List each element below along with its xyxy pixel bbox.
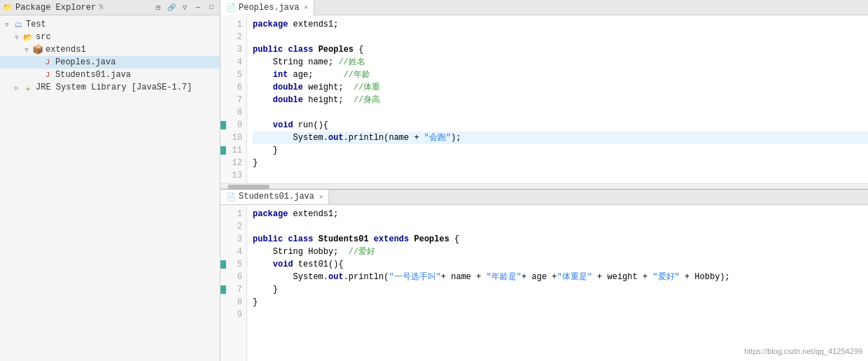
token: System. [253,271,328,283]
line-num-3: 3 [220,233,246,246]
code-line-1: package extends1; [253,18,868,31]
token: public [253,233,283,246]
token: test01(){ [293,258,344,271]
token: out [328,271,344,283]
menu-icon[interactable]: ▽ [179,2,190,13]
token: { [354,43,363,56]
watermark: https://blog.csdn.net/qq_41254299 [744,347,862,355]
line-num-10: 10 [220,132,246,144]
tab-close-students01[interactable]: ✕ [319,193,323,201]
line-num-7: 7 [220,94,246,106]
file-tree: ▽ 🗂 Test ▽ 📂 src ▽ 📦 extends1 ▷ J People… [0,15,220,361]
token: extends1; [288,208,338,220]
token: Peoples [318,43,354,56]
code-line-7: } [253,283,868,296]
token: { [449,233,459,246]
top-scrollbar-thumb[interactable] [227,185,270,189]
token: double [273,94,303,106]
token: //爱好 [349,246,375,258]
code-line-7: double height; //身高 [253,94,868,106]
tree-item-jre[interactable]: ▷ ☕ JRE System Library [JavaSE-1.7] [0,81,220,94]
bottom-code-area: 123456789 package extends1; public class… [220,205,868,361]
editor-area: 📄 Peoples.java ✕ 12345678910111213 packa… [220,0,868,361]
token: class [288,43,313,56]
tree-arrow-students01: ▷ [32,71,41,79]
token: package [253,18,288,31]
minimize-icon[interactable]: — [192,2,204,13]
maximize-icon[interactable]: □ [206,2,217,13]
tree-item-extends1[interactable]: ▽ 📦 extends1 [0,43,220,56]
token [253,258,273,271]
code-line-2 [253,31,868,43]
tree-label-students01-java: Students01.java [55,70,131,80]
line-num-11: 11 [220,144,246,157]
token: extends [374,233,409,246]
tree-label-jre: JRE System Library [JavaSE-1.7] [36,83,192,92]
top-horizontal-scrollbar[interactable] [220,183,868,189]
line-num-2: 2 [220,31,246,43]
token: .println(name + [344,132,424,144]
token: + weight + [592,271,652,283]
token [253,94,273,106]
bottom-pane-wrapper: 📄 Students01.java ✕ 123456789 package ex… [220,190,868,361]
token: double [273,81,303,94]
token [283,43,288,56]
link-icon[interactable]: 🔗 [166,2,177,13]
tab-peoples-java[interactable]: 📄 Peoples.java ✕ [220,0,314,15]
tab-close-peoples[interactable]: ✕ [304,3,307,11]
line-num-5: 5 [220,258,246,271]
jre-icon: ☕ [22,82,34,93]
tab-java-icon-peoples: 📄 [226,3,236,12]
token [369,233,374,246]
code-line-10: System.out.println(name + "会跑"); [253,132,868,144]
token: int [273,69,288,81]
line-num-5: 5 [220,69,246,81]
token: void [273,258,293,271]
code-line-4: String Hobby; //爱好 [253,246,868,258]
token [253,69,273,81]
tree-arrow-test: ▽ [3,20,11,29]
token: class [288,233,313,246]
code-line-6: System.out.println("一号选手叫"+ name + "年龄是"… [253,271,868,283]
code-line-12: } [253,157,868,169]
token: height; [303,94,354,106]
line-num-6: 6 [220,81,246,94]
tree-item-src[interactable]: ▽ 📂 src [0,31,220,43]
sidebar-title-percent: % [99,3,103,11]
sidebar-title-group: 📁 Package Explorer % [3,3,103,13]
bottom-tab-bar: 📄 Students01.java ✕ [220,190,868,205]
tree-item-peoples-java[interactable]: ▷ J Peoples.java [0,56,220,69]
token [409,233,414,246]
code-line-13 [253,169,868,182]
code-line-1: package extends1; [253,208,868,220]
tree-label-extends1: extends1 [46,45,86,55]
line-num-8: 8 [220,296,246,309]
token: extends1; [288,18,338,31]
top-code-content[interactable]: package extends1; public class Peoples {… [247,15,868,183]
token: weight; [303,81,354,94]
editor-pane-top: 📄 Peoples.java ✕ 12345678910111213 packa… [220,0,868,190]
token [253,81,273,94]
token: "一号选手叫" [388,271,440,283]
code-line-9: void run(){ [253,119,868,132]
token: //身高 [354,94,380,106]
token: + age + [522,271,556,283]
line-num-4: 4 [220,246,246,258]
tree-item-test[interactable]: ▽ 🗂 Test [0,18,220,31]
tree-item-students01-java[interactable]: ▷ J Students01.java [0,69,220,81]
token: ); [451,132,461,144]
token: "体重是" [557,271,592,283]
code-line-2 [253,220,868,233]
token: void [273,119,293,132]
tab-students01-java[interactable]: 📄 Students01.java ✕ [220,190,329,205]
collapse-icon[interactable]: ⊟ [153,2,164,13]
token: age; [288,69,343,81]
token: //体重 [354,81,380,94]
token: package [253,208,288,220]
top-tab-bar: 📄 Peoples.java ✕ [220,0,868,15]
tree-arrow-jre: ▷ [13,83,21,92]
code-line-3: public class Peoples { [253,43,868,56]
line-num-1: 1 [220,18,246,31]
tree-arrow-extends1: ▽ [22,45,31,54]
bottom-code-content[interactable]: package extends1; public class Students0… [247,205,868,361]
